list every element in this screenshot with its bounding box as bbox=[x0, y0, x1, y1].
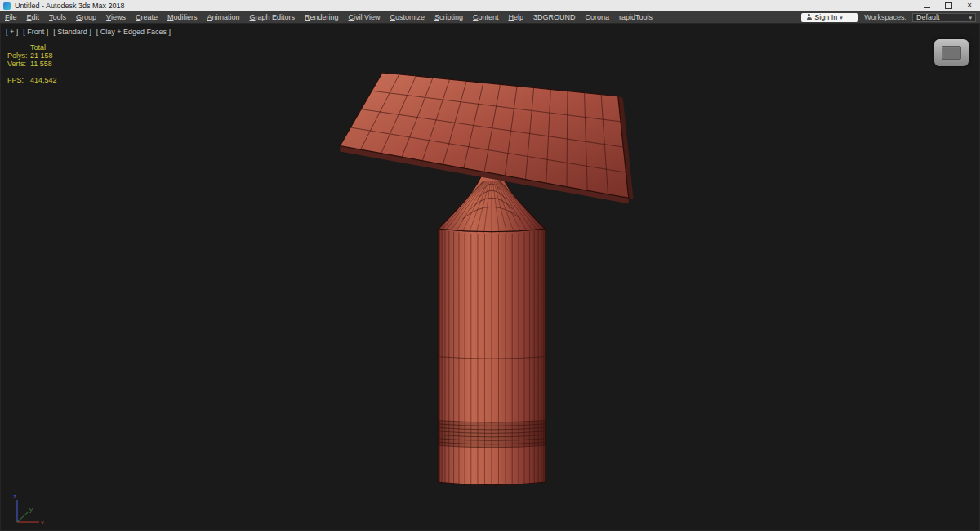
menu-item-modifiers[interactable]: Modifiers bbox=[163, 11, 203, 23]
viewport-general-menu[interactable]: [ + ] bbox=[6, 28, 18, 36]
menu-item-group[interactable]: Group bbox=[71, 11, 101, 23]
viewport[interactable]: zxy [ + ] [ Front ] [ Standard ] [ Clay … bbox=[0, 23, 980, 531]
titlebar: Untitled - Autodesk 3ds Max 2018 ✕ bbox=[0, 0, 980, 11]
sign-in-label: Sign In bbox=[814, 13, 837, 21]
window-controls: ✕ bbox=[916, 0, 980, 11]
svg-text:x: x bbox=[41, 519, 44, 526]
stats-verts-row: Verts: 11 558 bbox=[7, 60, 57, 68]
menu-item-civil-view[interactable]: Civil View bbox=[344, 11, 385, 23]
menu-item-views[interactable]: Views bbox=[101, 11, 131, 23]
svg-text:y: y bbox=[29, 506, 33, 513]
maximize-icon bbox=[945, 2, 952, 9]
person-icon bbox=[806, 14, 812, 20]
sign-in-button[interactable]: Sign In ▾ bbox=[801, 13, 858, 22]
menu-item-create[interactable]: Create bbox=[131, 11, 163, 23]
chevron-down-icon: ▾ bbox=[840, 15, 843, 20]
menu-item-customize[interactable]: Customize bbox=[385, 11, 430, 23]
monitor-icon bbox=[942, 46, 961, 60]
menu-item-tools[interactable]: Tools bbox=[44, 11, 71, 23]
chevron-down-icon: ▾ bbox=[969, 15, 972, 20]
steering-wheel-widget[interactable] bbox=[934, 39, 969, 66]
viewport-view-menu[interactable]: [ Front ] bbox=[23, 28, 48, 36]
maximize-button[interactable] bbox=[938, 0, 959, 11]
workspace-value: Default bbox=[916, 13, 940, 21]
window-title: Untitled - Autodesk 3ds Max 2018 bbox=[15, 0, 125, 11]
menu-item-graph-editors[interactable]: Graph Editors bbox=[245, 11, 301, 23]
workspaces-label: Workspaces: bbox=[864, 13, 906, 21]
close-icon: ✕ bbox=[967, 2, 973, 9]
stats-total-row: Total bbox=[7, 43, 57, 51]
stats-fps-row: FPS: 414,542 bbox=[7, 76, 57, 84]
menu-item-edit[interactable]: Edit bbox=[22, 11, 45, 23]
menu-item-rapidtools[interactable]: rapidTools bbox=[614, 11, 657, 23]
menubar: FileEditToolsGroupViewsCreateModifiersAn… bbox=[0, 11, 980, 23]
menu-item-3dground[interactable]: 3DGROUND bbox=[528, 11, 581, 23]
stats-polys-row: Polys: 21 158 bbox=[7, 51, 57, 60]
viewport-shading-menu[interactable]: [ Clay + Edged Faces ] bbox=[96, 28, 171, 36]
minimize-button[interactable] bbox=[916, 0, 938, 11]
statistics-overlay: Total Polys: 21 158 Verts: 11 558 FPS: 4… bbox=[7, 43, 57, 84]
close-button[interactable]: ✕ bbox=[959, 0, 980, 11]
viewport-label: [ + ] [ Front ] [ Standard ] [ Clay + Ed… bbox=[6, 28, 171, 36]
menu-item-scripting[interactable]: Scripting bbox=[430, 11, 468, 23]
viewport-canvas[interactable]: zxy bbox=[1, 24, 979, 530]
svg-text:z: z bbox=[13, 493, 16, 500]
menu-items: FileEditToolsGroupViewsCreateModifiersAn… bbox=[0, 11, 657, 23]
menu-item-file[interactable]: File bbox=[0, 11, 22, 23]
stats-fps-label: FPS: bbox=[7, 76, 30, 84]
stats-verts-label: Verts: bbox=[7, 60, 30, 68]
minimize-icon bbox=[924, 7, 930, 8]
app-icon bbox=[3, 2, 11, 10]
stats-total-label: Total bbox=[30, 43, 57, 51]
stats-polys-label: Polys: bbox=[7, 51, 30, 60]
menu-item-rendering[interactable]: Rendering bbox=[300, 11, 344, 23]
workspace-select[interactable]: Default ▾ bbox=[912, 13, 976, 22]
menu-item-animation[interactable]: Animation bbox=[202, 11, 244, 23]
menu-item-content[interactable]: Content bbox=[468, 11, 504, 23]
stats-polys-value: 21 158 bbox=[30, 51, 57, 60]
menu-item-corona[interactable]: Corona bbox=[581, 11, 615, 23]
stats-fps-value: 414,542 bbox=[30, 76, 57, 84]
viewport-preset-menu[interactable]: [ Standard ] bbox=[53, 28, 91, 36]
menubar-right: Sign In ▾ Workspaces: Default ▾ bbox=[801, 13, 980, 22]
stats-verts-value: 11 558 bbox=[30, 60, 57, 68]
menu-item-help[interactable]: Help bbox=[504, 11, 529, 23]
